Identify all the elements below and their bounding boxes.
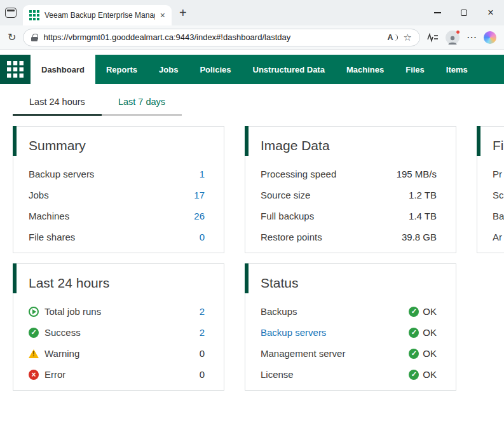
summary-row: Machines 26 xyxy=(29,206,205,226)
status-row: Backup servers OK xyxy=(261,322,437,343)
subtab-last-7-days[interactable]: Last 7 days xyxy=(102,90,182,116)
minimize-button[interactable] xyxy=(424,0,451,25)
image-data-row: Source size 1.2 TB xyxy=(261,185,437,206)
file-data-row-label: Ba xyxy=(493,211,504,221)
dashboard-subtabs: Last 24 hours Last 7 days xyxy=(0,84,504,116)
nav-tab-files[interactable]: Files xyxy=(395,55,435,84)
error-icon xyxy=(29,370,39,380)
image-data-row-value: 195 MB/s xyxy=(397,169,437,179)
close-button[interactable]: × xyxy=(477,0,504,25)
settings-menu-icon[interactable]: ⋯ xyxy=(467,32,477,43)
error-label: Error xyxy=(44,369,65,380)
main-nav: Dashboard Reports Jobs Policies Unstruct… xyxy=(0,55,504,84)
nav-tab-items[interactable]: Items xyxy=(435,55,479,84)
browser-toolbar: ↻ https://vbrmgmt01.gooddealmart.ca:9443… xyxy=(0,25,504,50)
summary-row-value[interactable]: 0 xyxy=(200,232,205,242)
refresh-icon[interactable]: ↻ xyxy=(8,32,16,43)
lock-icon xyxy=(31,34,37,41)
cards-row-1: Summary Backup servers 1 Jobs 17 Machine… xyxy=(13,126,504,253)
status-card: Status Backups OK Backup servers OK Mana… xyxy=(245,263,456,391)
dashboard-content: Summary Backup servers 1 Jobs 17 Machine… xyxy=(0,116,504,401)
ok-check-icon xyxy=(409,349,419,359)
address-bar[interactable]: https://vbrmgmt01.gooddealmart.ca:9443/i… xyxy=(23,29,420,46)
image-data-row-value: 1.4 TB xyxy=(409,211,437,221)
subtab-last-24-hours[interactable]: Last 24 hours xyxy=(13,90,102,116)
running-icon xyxy=(29,307,39,317)
success-row: Success 2 xyxy=(29,322,205,343)
image-data-row: Processing speed 195 MB/s xyxy=(261,164,437,185)
nav-tab-jobs[interactable]: Jobs xyxy=(148,55,189,84)
summary-row-label: Machines xyxy=(29,211,69,221)
image-data-card: Image Data Processing speed 195 MB/s Sou… xyxy=(245,126,456,253)
read-aloud-icon[interactable]: A xyxy=(388,33,398,42)
summary-card: Summary Backup servers 1 Jobs 17 Machine… xyxy=(13,126,224,253)
file-data-row: Pr xyxy=(493,164,504,185)
image-data-row-label: Source size xyxy=(261,190,310,200)
cards-row-2: Last 24 hours Total job runs 2 Success 2 xyxy=(13,263,504,391)
file-data-row-label: Pr xyxy=(493,169,502,179)
job-runs-value[interactable]: 2 xyxy=(200,306,205,317)
browser-tab[interactable]: Veeam Backup Enterprise Manage × xyxy=(23,5,172,25)
veeam-favicon xyxy=(29,10,39,20)
image-data-row: Full backups 1.4 TB xyxy=(261,206,437,226)
status-row-label: Backups xyxy=(261,306,297,317)
job-runs-label: Total job runs xyxy=(44,306,101,317)
file-data-row-label: Sc xyxy=(493,190,504,200)
file-data-card-title: Fi xyxy=(493,138,504,153)
tab-close-icon[interactable]: × xyxy=(160,11,165,20)
image-data-card-title: Image Data xyxy=(261,138,437,153)
summary-row-value[interactable]: 1 xyxy=(200,169,205,179)
summary-row-label: Backup servers xyxy=(29,169,94,179)
file-data-row-label: Ar xyxy=(493,232,502,242)
summary-row-value[interactable]: 17 xyxy=(194,190,205,200)
image-data-row-value: 39.8 GB xyxy=(402,232,437,242)
nav-tab-policies[interactable]: Policies xyxy=(189,55,242,84)
success-icon xyxy=(29,328,39,338)
summary-row: Jobs 17 xyxy=(29,185,205,206)
summary-row-value[interactable]: 26 xyxy=(194,211,205,221)
success-value[interactable]: 2 xyxy=(200,327,205,338)
nav-tab-reports[interactable]: Reports xyxy=(95,55,148,84)
new-tab-button[interactable]: + xyxy=(179,6,187,19)
status-card-title: Status xyxy=(261,275,437,291)
tab-title: Veeam Backup Enterprise Manage xyxy=(44,11,155,20)
last-24-hours-card-title: Last 24 hours xyxy=(29,275,205,291)
maximize-button[interactable] xyxy=(451,0,477,25)
nav-tab-dashboard[interactable]: Dashboard xyxy=(31,55,95,84)
summary-row: File shares 0 xyxy=(29,226,205,247)
browser-essentials-icon[interactable] xyxy=(427,32,439,43)
file-data-row: Sc xyxy=(493,185,504,206)
status-row-value: OK xyxy=(423,327,437,338)
notification-dot xyxy=(456,30,460,34)
ok-check-icon xyxy=(409,328,419,338)
status-row: License OK xyxy=(261,364,437,385)
url-text[interactable]: https://vbrmgmt01.gooddealmart.ca:9443/i… xyxy=(43,32,381,42)
workspaces-icon[interactable] xyxy=(5,8,17,18)
image-data-row-label: Full backups xyxy=(261,211,314,221)
nav-tab-machines[interactable]: Machines xyxy=(336,55,395,84)
status-row-value: OK xyxy=(423,306,437,317)
image-data-row-label: Processing speed xyxy=(261,169,336,179)
window-controls: × xyxy=(424,0,504,25)
status-row-label: Management server xyxy=(261,348,345,359)
veeam-logo[interactable] xyxy=(0,55,31,84)
ok-check-icon xyxy=(409,307,419,317)
favorites-star-icon[interactable]: ☆ xyxy=(404,32,412,42)
status-row: Backups OK xyxy=(261,301,437,322)
job-runs-row: Total job runs 2 xyxy=(29,301,205,322)
warning-row: Warning 0 xyxy=(29,343,205,364)
status-row-value: OK xyxy=(423,348,437,359)
last-24-hours-card: Last 24 hours Total job runs 2 Success 2 xyxy=(13,263,224,391)
warning-label: Warning xyxy=(44,348,79,359)
nav-tabs: Dashboard Reports Jobs Policies Unstruct… xyxy=(31,55,479,84)
image-data-row-label: Restore points xyxy=(261,232,322,242)
summary-row-label: Jobs xyxy=(29,190,49,200)
nav-tab-unstructured-data[interactable]: Unstructured Data xyxy=(242,55,336,84)
ok-check-icon xyxy=(409,370,419,380)
status-row-label-link[interactable]: Backup servers xyxy=(261,327,326,338)
file-data-card-clipped: Fi Pr Sc Ba Ar xyxy=(477,126,504,253)
summary-row-label: File shares xyxy=(29,232,75,242)
copilot-icon[interactable] xyxy=(484,31,496,44)
summary-card-title: Summary xyxy=(29,138,205,153)
profile-avatar[interactable] xyxy=(446,31,460,45)
